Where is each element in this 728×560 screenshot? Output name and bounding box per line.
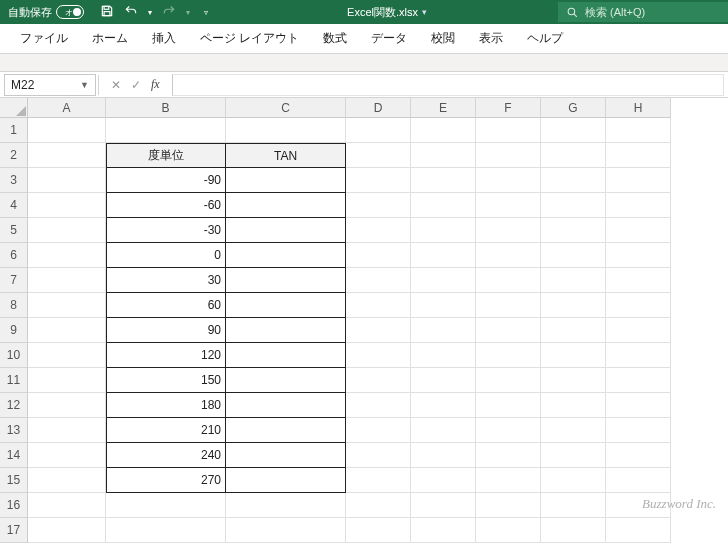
cell[interactable] [28, 143, 106, 168]
cell[interactable]: 90 [106, 318, 226, 343]
cell[interactable] [346, 518, 411, 543]
cell[interactable] [346, 218, 411, 243]
cell[interactable] [346, 268, 411, 293]
tab-insert[interactable]: 挿入 [140, 24, 188, 53]
cell[interactable] [411, 193, 476, 218]
cell[interactable] [476, 393, 541, 418]
cell[interactable] [541, 418, 606, 443]
cell[interactable] [411, 368, 476, 393]
row-header[interactable]: 4 [0, 193, 28, 218]
cell[interactable] [476, 218, 541, 243]
cell[interactable] [346, 343, 411, 368]
cell[interactable] [28, 118, 106, 143]
undo-icon[interactable] [124, 4, 138, 20]
row-header[interactable]: 14 [0, 443, 28, 468]
cell[interactable] [476, 118, 541, 143]
cell[interactable] [606, 218, 671, 243]
cell[interactable]: 30 [106, 268, 226, 293]
cell[interactable] [411, 443, 476, 468]
cell[interactable] [226, 118, 346, 143]
cell[interactable]: -30 [106, 218, 226, 243]
column-header[interactable]: D [346, 98, 411, 118]
cell[interactable] [411, 293, 476, 318]
cell[interactable] [606, 268, 671, 293]
row-header[interactable]: 8 [0, 293, 28, 318]
cell[interactable] [411, 118, 476, 143]
select-all-triangle[interactable] [0, 98, 28, 118]
cell[interactable] [226, 243, 346, 268]
tab-formulas[interactable]: 数式 [311, 24, 359, 53]
cell[interactable] [28, 343, 106, 368]
cell[interactable] [411, 143, 476, 168]
cell[interactable] [346, 143, 411, 168]
column-header[interactable]: F [476, 98, 541, 118]
cell[interactable] [226, 393, 346, 418]
cell[interactable] [28, 468, 106, 493]
cell[interactable] [476, 293, 541, 318]
cell[interactable] [606, 193, 671, 218]
cell[interactable] [476, 318, 541, 343]
tab-data[interactable]: データ [359, 24, 419, 53]
cell[interactable]: 60 [106, 293, 226, 318]
cell[interactable] [541, 118, 606, 143]
cell[interactable]: TAN [226, 143, 346, 168]
cell[interactable] [476, 368, 541, 393]
cell[interactable] [541, 493, 606, 518]
cell[interactable] [226, 318, 346, 343]
qat-overflow-icon[interactable]: ▿ [204, 8, 208, 17]
row-header[interactable]: 12 [0, 393, 28, 418]
cell[interactable] [606, 143, 671, 168]
row-header[interactable]: 16 [0, 493, 28, 518]
cell[interactable] [476, 493, 541, 518]
row-header[interactable]: 6 [0, 243, 28, 268]
cell[interactable] [346, 393, 411, 418]
cell[interactable] [606, 518, 671, 543]
cell[interactable] [28, 268, 106, 293]
cell[interactable] [541, 243, 606, 268]
cell[interactable] [346, 193, 411, 218]
cell[interactable] [606, 443, 671, 468]
cell[interactable] [411, 518, 476, 543]
cell[interactable] [476, 468, 541, 493]
redo-dropdown-icon[interactable]: ▾ [186, 8, 190, 17]
worksheet-grid[interactable]: ABCDEFGH 1234567891011121314151617 度単位TA… [0, 98, 728, 560]
row-header[interactable]: 10 [0, 343, 28, 368]
enter-icon[interactable]: ✓ [131, 78, 141, 92]
cell[interactable] [226, 293, 346, 318]
cell[interactable] [28, 368, 106, 393]
cell[interactable] [411, 318, 476, 343]
cell[interactable] [541, 518, 606, 543]
row-header[interactable]: 15 [0, 468, 28, 493]
cell[interactable] [541, 268, 606, 293]
cell[interactable] [411, 343, 476, 368]
cell[interactable] [226, 418, 346, 443]
tab-review[interactable]: 校閲 [419, 24, 467, 53]
row-header[interactable]: 11 [0, 368, 28, 393]
cell[interactable] [476, 418, 541, 443]
tab-home[interactable]: ホーム [80, 24, 140, 53]
cell[interactable]: 0 [106, 243, 226, 268]
cell[interactable] [411, 418, 476, 443]
cell[interactable] [346, 168, 411, 193]
cell[interactable] [28, 218, 106, 243]
row-header[interactable]: 1 [0, 118, 28, 143]
column-header[interactable]: C [226, 98, 346, 118]
cell[interactable] [476, 443, 541, 468]
cell[interactable] [606, 318, 671, 343]
cell[interactable] [606, 168, 671, 193]
cell[interactable] [411, 168, 476, 193]
cell[interactable] [106, 118, 226, 143]
cell[interactable] [28, 418, 106, 443]
fx-icon[interactable]: fx [151, 77, 160, 92]
cell[interactable]: 240 [106, 443, 226, 468]
cell[interactable] [541, 318, 606, 343]
column-header[interactable]: G [541, 98, 606, 118]
search-box[interactable]: 検索 (Alt+Q) [558, 2, 728, 22]
cell[interactable] [541, 443, 606, 468]
cell[interactable] [476, 518, 541, 543]
column-header[interactable]: H [606, 98, 671, 118]
cell[interactable] [226, 443, 346, 468]
cell[interactable]: -60 [106, 193, 226, 218]
cell[interactable] [541, 393, 606, 418]
column-header[interactable]: A [28, 98, 106, 118]
